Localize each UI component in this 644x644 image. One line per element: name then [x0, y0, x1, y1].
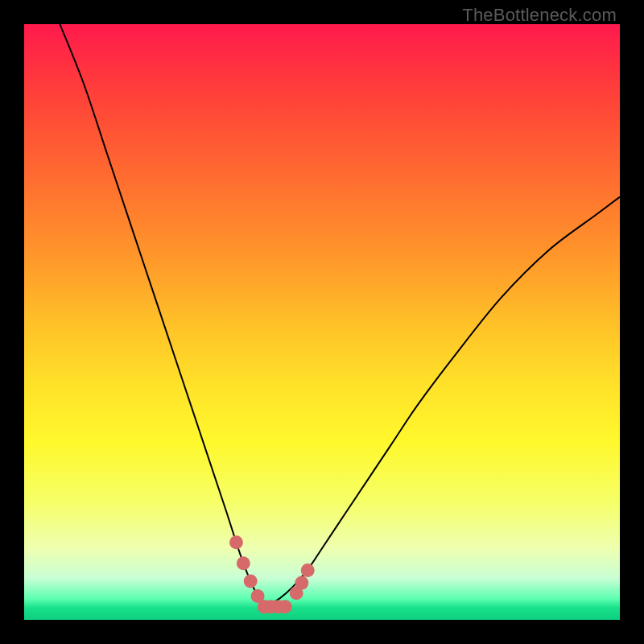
marker-dot	[229, 535, 243, 549]
marker-dot	[279, 600, 292, 613]
curve-layer	[24, 24, 620, 620]
marker-dot	[244, 574, 258, 588]
watermark-text: TheBottleneck.com	[462, 5, 617, 26]
marker-dot	[295, 576, 308, 590]
marker-dot	[301, 564, 315, 577]
chart-stage: TheBottleneck.com	[0, 0, 644, 644]
plot-area	[24, 24, 620, 620]
curve-left	[60, 24, 264, 607]
curve-right	[264, 197, 620, 607]
marker-dot	[237, 556, 250, 570]
marker-group	[229, 535, 315, 613]
